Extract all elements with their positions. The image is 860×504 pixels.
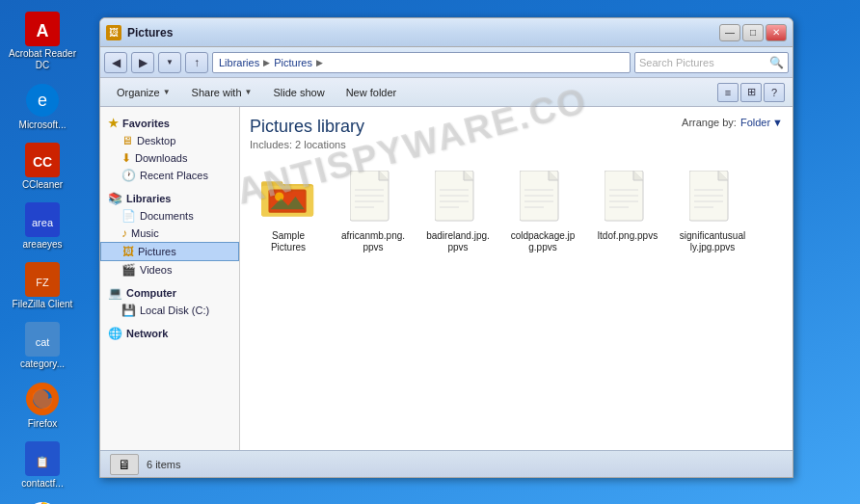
desktop-icon-firefox[interactable]: Firefox: [4, 378, 81, 434]
path-part-pictures: Pictures: [274, 57, 312, 68]
svg-text:cat: cat: [36, 336, 50, 348]
desktop-icon-filezilla[interactable]: FZ FileZilla Client: [4, 258, 81, 314]
file-label-ltdof: ltdof.png.ppvs: [598, 230, 658, 242]
view-list-button[interactable]: ≡: [717, 83, 739, 102]
desktop-icon-areaeyes-label: areaeyes: [22, 239, 62, 251]
status-bar: 🖥 6 items: [100, 450, 793, 477]
sidebar-item-desktop[interactable]: 🖥 Desktop: [100, 132, 239, 149]
svg-text:area: area: [32, 217, 54, 228]
file-label-africanmb: africanmb.png.ppvs: [339, 230, 407, 253]
music-icon: ♪: [121, 226, 127, 240]
sidebar-computer-header[interactable]: 💻 Computer: [100, 284, 239, 302]
library-title: Pictures library: [250, 117, 364, 137]
sidebar-item-pictures[interactable]: 🖼 Pictures: [100, 242, 239, 261]
file-label-sample-pictures: Sample Pictures: [255, 230, 322, 253]
window-icon: 🖼: [106, 25, 121, 40]
file-item-significantusually[interactable]: significantusually.jpg.ppvs: [674, 164, 751, 258]
path-part-libraries: Libraries: [219, 57, 259, 68]
desktop-icons: A Acrobat Reader DC e Microsoft... CC CC: [0, 0, 96, 504]
file-item-africanmb[interactable]: africanmb.png.ppvs: [335, 164, 412, 258]
status-computer-icon: 🖥: [110, 454, 139, 475]
computer-label: Computer: [126, 287, 176, 299]
desktop-icon-contactf[interactable]: 📋 contactf...: [4, 438, 81, 493]
pictures-icon: 🖼: [122, 245, 134, 258]
desktop-folder-icon: 🖥: [121, 134, 133, 147]
path-chevron-1: ▶: [263, 58, 270, 67]
view-options: ≡ ⊞ ?: [717, 83, 785, 102]
view-grid-button[interactable]: ⊞: [740, 83, 762, 102]
network-label: Network: [126, 328, 168, 339]
share-with-label: Share with: [192, 87, 242, 98]
desktop-icon-acrobat[interactable]: A Acrobat Reader DC: [4, 8, 81, 75]
title-bar: 🖼 Pictures — □ ✕: [100, 18, 793, 47]
share-with-chevron-icon: ▼: [245, 88, 253, 96]
videos-icon: 🎬: [121, 263, 136, 277]
sidebar-network-header[interactable]: 🌐 Network: [100, 325, 239, 342]
desktop-icon-ccleaner-label: CCleaner: [22, 179, 63, 191]
desktop: A Acrobat Reader DC e Microsoft... CC CC: [0, 0, 860, 504]
file-item-sample-pictures[interactable]: Sample Pictures: [250, 164, 327, 258]
sidebar-libraries-header[interactable]: 📚 Libraries: [100, 190, 239, 207]
back-button[interactable]: ◀: [104, 52, 127, 73]
doc-icon-badireland: [429, 169, 487, 226]
drive-icon: 💾: [121, 304, 136, 317]
address-bar[interactable]: Libraries ▶ Pictures ▶: [212, 52, 631, 73]
content-header: Pictures library Includes: 2 locations A…: [250, 117, 783, 150]
sidebar: ★ Favorites 🖥 Desktop ⬇ Downloads 🕐 Rece…: [100, 107, 240, 450]
svg-text:📋: 📋: [36, 455, 49, 468]
minimize-button[interactable]: —: [719, 24, 740, 41]
arrange-by-label: Arrange by:: [682, 117, 737, 128]
arrange-value: Folder: [740, 117, 770, 128]
organize-chevron-icon: ▼: [163, 88, 171, 96]
desktop-icon-edge-label: Microsoft...: [19, 119, 67, 131]
file-item-badireland[interactable]: badireland.jpg.ppvs: [419, 164, 497, 258]
close-button[interactable]: ✕: [766, 24, 787, 41]
new-folder-button[interactable]: New folder: [337, 82, 406, 103]
arrange-chevron-icon: ▼: [772, 117, 783, 128]
desktop-icon-category[interactable]: cat category...: [4, 318, 81, 374]
help-button[interactable]: ?: [764, 83, 785, 102]
file-item-coldpackage[interactable]: coldpackage.jpg.ppvs: [504, 164, 581, 258]
sidebar-item-music[interactable]: ♪ Music: [100, 225, 239, 242]
organize-button[interactable]: Organize ▼: [108, 82, 179, 103]
file-item-ltdof[interactable]: ltdof.png.ppvs: [589, 164, 666, 258]
recent-pages-button[interactable]: ▼: [158, 52, 181, 73]
search-box[interactable]: Search Pictures 🔍: [634, 52, 789, 73]
desktop-icon-category-label: category...: [20, 358, 65, 370]
sidebar-item-recent-places[interactable]: 🕐 Recent Places: [100, 167, 239, 184]
window-title: Pictures: [127, 26, 719, 40]
folder-icon-sample: [259, 169, 317, 226]
file-label-coldpackage: coldpackage.jpg.ppvs: [509, 230, 577, 253]
slide-show-label: Slide show: [273, 87, 324, 98]
path-chevron-2: ▶: [316, 58, 323, 67]
favorites-star-icon: ★: [108, 117, 119, 130]
sidebar-item-recent-label: Recent Places: [140, 170, 208, 181]
doc-icon-coldpackage: [514, 169, 572, 226]
computer-icon: 💻: [108, 286, 122, 300]
file-label-significantusually: significantusually.jpg.ppvs: [679, 230, 746, 253]
sidebar-item-pictures-label: Pictures: [138, 246, 176, 257]
desktop-icon-edge[interactable]: e Microsoft...: [4, 79, 81, 135]
forward-button[interactable]: ▶: [131, 52, 154, 73]
favorites-label: Favorites: [122, 118, 170, 129]
status-text: 6 items: [147, 459, 180, 470]
arrange-dropdown[interactable]: Folder ▼: [740, 117, 783, 128]
slide-show-button[interactable]: Slide show: [264, 82, 333, 103]
sidebar-item-documents-label: Documents: [140, 210, 194, 222]
sidebar-favorites-header[interactable]: ★ Favorites: [100, 115, 239, 132]
sidebar-item-downloads[interactable]: ⬇ Downloads: [100, 149, 239, 167]
sidebar-item-videos-label: Videos: [140, 264, 172, 276]
desktop-icon-ccleaner[interactable]: CC CCleaner: [4, 139, 81, 195]
sidebar-item-music-label: Music: [131, 227, 159, 239]
organize-label: Organize: [117, 87, 160, 98]
sidebar-item-local-disk[interactable]: 💾 Local Disk (C:): [100, 302, 239, 319]
sidebar-item-videos[interactable]: 🎬 Videos: [100, 261, 239, 279]
maximize-button[interactable]: □: [742, 24, 764, 41]
share-with-button[interactable]: Share with ▼: [183, 82, 261, 103]
sidebar-item-documents[interactable]: 📄 Documents: [100, 207, 239, 225]
desktop-icon-chrome[interactable]: Google Chrome: [4, 497, 81, 504]
desktop-icon-areaeyes[interactable]: area areaeyes: [4, 199, 81, 254]
doc-icon-ltdof: [599, 169, 657, 226]
up-button[interactable]: ↑: [185, 52, 208, 73]
search-icon: 🔍: [769, 56, 784, 69]
